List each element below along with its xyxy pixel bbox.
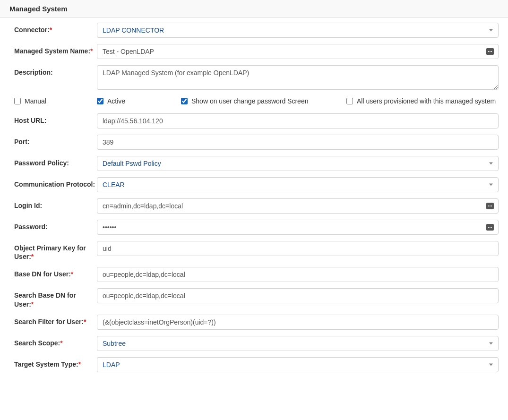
- row-password: Password:: [14, 220, 499, 235]
- row-description: Description: LDAP Managed System (for ex…: [14, 65, 499, 91]
- ellipsis-icon[interactable]: [486, 224, 494, 231]
- communication-protocol-select[interactable]: CLEAR: [97, 177, 499, 192]
- page-title: Managed System: [9, 5, 68, 13]
- label-port: Port:: [14, 135, 97, 146]
- row-password-policy: Password Policy: Default Pswd Policy: [14, 156, 499, 171]
- row-search-filter-user: Search Filter for User:*: [14, 315, 499, 330]
- label-search-base-dn-user: Search Base DN for User:*: [14, 288, 97, 308]
- search-scope-select[interactable]: Subtree: [97, 336, 499, 351]
- object-primary-key-input[interactable]: [97, 241, 499, 256]
- label-connector: Connector:*: [14, 23, 97, 34]
- label-managed-system-name: Managed System Name:*: [14, 44, 97, 55]
- label-base-dn-user: Base DN for User:*: [14, 267, 97, 278]
- row-search-base-dn-user: Search Base DN for User:*: [14, 288, 499, 308]
- row-target-system-type: Target System Type:* LDAP: [14, 357, 499, 372]
- active-checkbox-label: Active: [107, 97, 125, 105]
- row-communication-protocol: Communication Protocol: CLEAR: [14, 177, 499, 192]
- search-base-dn-user-input[interactable]: [97, 288, 499, 303]
- row-host-url: Host URL:: [14, 113, 499, 129]
- show-on-change-pwd-checkbox-label: Show on user change password Screen: [191, 97, 308, 105]
- checkbox-row: Manual Active Show on user change passwo…: [14, 97, 499, 105]
- form: Connector:* LDAP CONNECTOR Managed Syste…: [0, 18, 508, 382]
- show-on-change-pwd-checkbox-input[interactable]: [181, 98, 188, 104]
- all-users-provisioned-checkbox-label: All users provisioned with this managed …: [357, 97, 496, 105]
- label-search-filter-user: Search Filter for User:*: [14, 315, 97, 326]
- checkbox-manual[interactable]: Manual: [14, 97, 97, 105]
- base-dn-user-input[interactable]: [97, 267, 499, 282]
- connector-select[interactable]: LDAP CONNECTOR: [97, 23, 499, 38]
- ellipsis-icon[interactable]: [486, 48, 494, 55]
- row-base-dn-user: Base DN for User:*: [14, 267, 499, 282]
- checkbox-show-on-change-pwd[interactable]: Show on user change password Screen: [181, 97, 346, 105]
- row-object-primary-key: Object Primary Key for User:*: [14, 241, 499, 261]
- port-input[interactable]: [97, 135, 499, 150]
- active-checkbox-input[interactable]: [97, 98, 103, 104]
- label-login-id: Login Id:: [14, 198, 97, 210]
- label-host-url: Host URL:: [14, 113, 97, 125]
- host-url-input[interactable]: [97, 113, 499, 129]
- row-port: Port:: [14, 135, 499, 150]
- label-target-system-type: Target System Type:*: [14, 357, 97, 369]
- label-password-policy: Password Policy:: [14, 156, 97, 167]
- row-connector: Connector:* LDAP CONNECTOR: [14, 23, 499, 38]
- managed-system-name-input[interactable]: [97, 44, 499, 59]
- ellipsis-icon[interactable]: [486, 203, 494, 209]
- all-users-provisioned-checkbox-input[interactable]: [346, 98, 353, 104]
- label-search-scope: Search Scope:*: [14, 336, 97, 347]
- checkbox-all-users-provisioned[interactable]: All users provisioned with this managed …: [346, 97, 499, 105]
- password-input[interactable]: [97, 220, 499, 235]
- label-password: Password:: [14, 220, 97, 231]
- password-policy-select[interactable]: Default Pswd Policy: [97, 156, 499, 171]
- row-managed-system-name: Managed System Name:*: [14, 44, 499, 59]
- label-object-primary-key: Object Primary Key for User:*: [14, 241, 97, 261]
- target-system-type-select[interactable]: LDAP: [97, 357, 499, 372]
- label-description: Description:: [14, 65, 97, 77]
- page-header: Managed System: [0, 0, 508, 18]
- manual-checkbox-input[interactable]: [14, 98, 21, 104]
- description-textarea[interactable]: LDAP Managed System (for example OpenLDA…: [97, 65, 499, 90]
- row-search-scope: Search Scope:* Subtree: [14, 336, 499, 351]
- login-id-input[interactable]: [97, 198, 499, 214]
- checkbox-active[interactable]: Active: [97, 97, 181, 105]
- row-login-id: Login Id:: [14, 198, 499, 214]
- label-communication-protocol: Communication Protocol:: [14, 177, 97, 189]
- search-filter-user-input[interactable]: [97, 315, 499, 330]
- manual-checkbox-label: Manual: [25, 97, 46, 105]
